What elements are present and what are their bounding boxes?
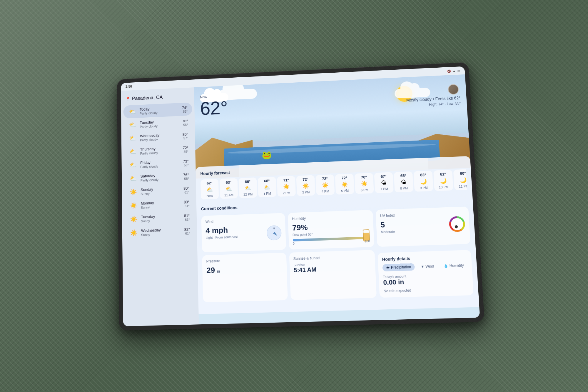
tab-humidity-label: Humidity <box>450 263 464 268</box>
day-item[interactable]: ☀️ Monday Sunny 83° 61° <box>124 196 194 212</box>
detail-tabs: 🌧 Precipitation ▼ Wind 💧 Humidity <box>382 261 468 271</box>
hourly-time: 11 AM <box>224 193 233 197</box>
hourly-icon: 🌙 <box>420 178 427 185</box>
hourly-time: 8 PM <box>400 186 408 190</box>
hourly-details-card: Hourly details 🌧 Precipitation ▼ Wind <box>377 250 474 297</box>
day-weather-icon: ⛅ <box>128 120 137 129</box>
tab-wind-label: Wind <box>425 264 434 268</box>
hourly-item[interactable]: 72° ☀️ 4 PM <box>315 174 335 195</box>
day-item[interactable]: ☀️ Tuesday Sunny 81° 61° <box>124 210 195 226</box>
day-info: Tuesday Partly cloudy <box>140 119 182 128</box>
hourly-time: 6 PM <box>361 188 369 192</box>
status-time: 1:56 <box>125 84 132 89</box>
humidity-bar-min: 0 <box>293 242 295 245</box>
day-item[interactable]: ☀️ Wednesday Sunny 82° 61° <box>124 224 195 240</box>
day-low: 56° <box>183 163 189 167</box>
hourly-time: 10 PM <box>439 185 448 189</box>
hourly-item[interactable]: 72° ☀️ 3 PM <box>296 175 315 196</box>
day-item[interactable]: ⛅ Thursday Partly cloudy 72° 55° <box>124 142 193 158</box>
day-info: Monday Sunny <box>141 200 184 209</box>
hourly-icon: 🌙 <box>440 177 447 184</box>
day-temps: 83° 61° <box>184 199 190 207</box>
hourly-time: 12 PM <box>243 192 253 196</box>
day-weather-icon: ⛅ <box>128 147 137 156</box>
day-high: 80° <box>183 132 188 136</box>
day-item[interactable]: ☀️ Sunday Sunny 80° 61° <box>124 183 194 199</box>
hourly-item[interactable]: 61° 🌙 10 PM <box>433 170 453 191</box>
day-low: 61° <box>184 218 190 221</box>
hourly-icon: 🌙 <box>460 176 467 183</box>
uv-title: UV Index <box>380 211 464 218</box>
water-highlight <box>227 142 436 155</box>
hourly-item[interactable]: 71° ☀️ 2 PM <box>277 176 296 197</box>
pressure-title: Pressure <box>206 257 282 263</box>
hourly-time: 9 PM <box>420 186 428 190</box>
day-high: 73° <box>183 159 188 163</box>
uv-gauge-dot <box>455 225 458 228</box>
precipitation-icon: 🌧 <box>386 265 390 270</box>
day-low: 55° <box>183 149 188 153</box>
day-temps: 82° 61° <box>184 227 190 235</box>
hourly-icon: ⛅ <box>225 186 232 192</box>
tab-wind[interactable]: ▼ Wind <box>417 262 438 270</box>
hourly-time: 2 PM <box>283 191 290 195</box>
hourly-time: Now <box>207 194 213 198</box>
day-list: ⛅ Today Partly cloudy 74° 55° ⛅ <box>121 102 197 240</box>
hourly-temp: 62° <box>207 181 213 185</box>
hourly-time: 7 PM <box>380 187 388 191</box>
tablet-device: 1:56 🔇 ▲ ▭ 📍 Pasadena, CA ⛅ Tod <box>117 62 485 331</box>
sunrise-title: Sunrise & sunset <box>293 254 371 261</box>
day-info: Today Partly cloudy <box>140 105 182 115</box>
right-panel: 🐸 Now 62° Mostly cloudy • Feels like 62°… <box>194 74 480 324</box>
hourly-temp: 72° <box>341 176 347 180</box>
sunrise-card: Sunrise & sunset Sunrise 5:41 AM <box>289 250 377 300</box>
low-temp-value: Low: 55° <box>447 101 461 106</box>
tab-precipitation-label: Precipitation <box>391 265 411 269</box>
avatar <box>448 84 459 95</box>
hourly-time: 5 PM <box>341 189 349 193</box>
hourly-time: 4 PM <box>322 189 329 193</box>
hourly-temp: 61° <box>440 172 446 176</box>
hourly-temp: 71° <box>283 178 289 182</box>
day-low: 56° <box>182 123 188 126</box>
day-weather-icon: ☀️ <box>129 201 138 210</box>
hourly-item[interactable]: 62° ⛅ Now <box>201 179 219 199</box>
hourly-temp: 66° <box>245 179 250 184</box>
current-temperature: 62° <box>200 98 228 118</box>
hourly-icon: ⛅ <box>264 184 270 191</box>
hourly-temp: 68° <box>264 179 270 183</box>
hourly-item[interactable]: 66° ⛅ 12 PM <box>238 177 257 198</box>
wind-title: Wind <box>206 217 281 224</box>
day-temps: 76° 58° <box>183 172 189 180</box>
humidity-bar-max: 100 <box>365 239 370 243</box>
location-name: Pasadena, CA <box>132 94 163 101</box>
day-item[interactable]: ⛅ Friday Partly cloudy 73° 56° <box>124 156 193 172</box>
tab-precipitation[interactable]: 🌧 Precipitation <box>382 263 415 271</box>
day-item[interactable]: ⛅ Saturday Partly cloudy 76° 58° <box>124 169 194 185</box>
day-weather-icon: ⛅ <box>128 133 137 143</box>
wind-card: Wind 4 mph Light · From southeast N <box>201 213 286 252</box>
hourly-item[interactable]: 65° 🌤 8 PM <box>394 171 413 192</box>
day-info: Tuesday Sunny <box>141 213 184 223</box>
weather-content: Hourly forecast 62° ⛅ Now 63° ⛅ 11 AM <box>196 156 479 314</box>
hourly-icon: ⛅ <box>206 186 213 193</box>
day-temps: 80° 61° <box>183 186 189 194</box>
weather-summary: Mostly cloudy • Feels like 62° High: 74°… <box>405 83 461 108</box>
tab-humidity[interactable]: 💧 Humidity <box>440 261 468 270</box>
high-temp: High: 74° <box>429 102 444 106</box>
hourly-temp: 67° <box>380 174 387 179</box>
day-high: 78° <box>182 119 188 123</box>
wifi-icon: ▲ <box>452 69 456 72</box>
hourly-temp: 72° <box>322 176 328 181</box>
day-temps: 72° 55° <box>183 145 189 153</box>
hourly-item[interactable]: 67° 🌤 7 PM <box>374 172 394 193</box>
day-low: 57° <box>183 136 188 140</box>
day-weather-icon: ⛅ <box>128 174 138 183</box>
hourly-item[interactable]: 70° ☀️ 6 PM <box>355 173 374 194</box>
battery-icon: ▭ <box>457 69 460 72</box>
hourly-item[interactable]: 68° ⛅ 1 PM <box>258 176 277 197</box>
hourly-item[interactable]: 72° ☀️ 5 PM <box>335 174 354 194</box>
hourly-item[interactable]: 63° 🌙 9 PM <box>414 171 433 192</box>
hourly-item[interactable]: 60° 🌙 11 PM <box>453 169 467 190</box>
hourly-item[interactable]: 63° ⛅ 11 AM <box>220 178 238 199</box>
